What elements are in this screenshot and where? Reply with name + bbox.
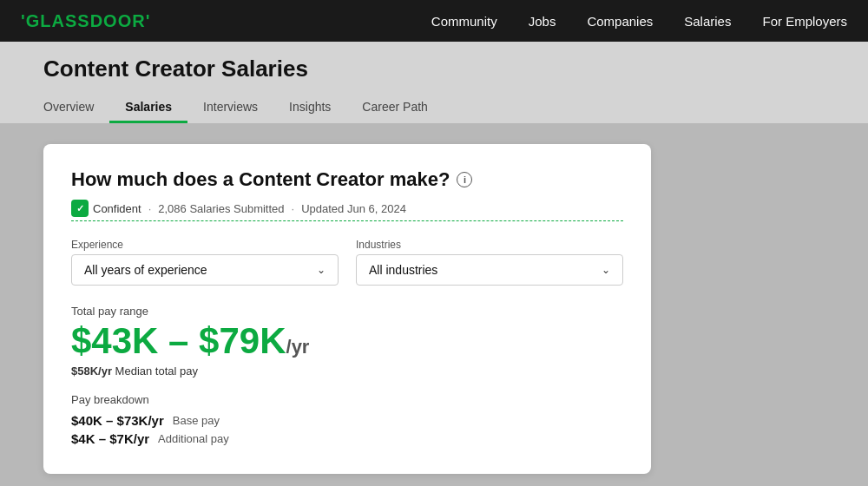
confident-icon: ✓ <box>71 200 89 217</box>
tab-interviews[interactable]: Interviews <box>187 93 273 123</box>
logo[interactable]: 'GLASSDOOR' <box>21 11 150 31</box>
nav-salaries[interactable]: Salaries <box>684 14 731 29</box>
experience-value: All years of experience <box>84 263 207 277</box>
additional-pay-label: Additional pay <box>158 432 229 445</box>
nav-companies[interactable]: Companies <box>587 14 653 29</box>
industries-select[interactable]: All industries ⌄ <box>356 254 623 286</box>
main-content: How much does a Content Creator make? i … <box>0 123 868 486</box>
pay-breakdown-label: Pay breakdown <box>71 393 623 406</box>
pay-range-unit: /yr <box>286 336 310 358</box>
nav-jobs[interactable]: Jobs <box>529 14 556 29</box>
industries-arrow-icon: ⌄ <box>602 264 610 276</box>
tab-overview[interactable]: Overview <box>43 93 109 123</box>
confident-badge: ✓ Confident <box>71 200 141 217</box>
salary-card: How much does a Content Creator make? i … <box>43 144 651 474</box>
nav-community[interactable]: Community <box>431 14 497 29</box>
industries-label: Industries <box>356 239 623 251</box>
confident-label: Confident <box>93 202 141 215</box>
tab-insights[interactable]: Insights <box>273 93 346 123</box>
total-pay-label: Total pay range <box>71 305 623 318</box>
median-pay-value: $58K/yr <box>71 364 112 378</box>
base-pay-row: $40K – $73K/yr Base pay <box>71 413 623 428</box>
median-pay-label: Median total pay <box>115 364 198 378</box>
card-meta: ✓ Confident · 2,086 Salaries Submitted ·… <box>71 200 623 221</box>
nav-for-employers[interactable]: For Employers <box>762 14 847 29</box>
main-nav: Community Jobs Companies Salaries For Em… <box>431 14 847 29</box>
pay-range-big: $43K – $79K/yr <box>71 321 623 361</box>
experience-select[interactable]: All years of experience ⌄ <box>71 254 339 286</box>
base-pay-label: Base pay <box>173 414 220 427</box>
subheader: Content Creator Salaries Overview Salari… <box>0 42 868 123</box>
experience-arrow-icon: ⌄ <box>317 264 326 276</box>
card-title: How much does a Content Creator make? i <box>71 168 623 191</box>
additional-pay-range: $4K – $7K/yr <box>71 431 149 446</box>
page-title: Content Creator Salaries <box>43 56 825 82</box>
tab-career-path[interactable]: Career Path <box>346 93 443 123</box>
industries-value: All industries <box>369 263 437 277</box>
pay-range-value: $43K – $79K <box>71 320 286 361</box>
pay-median: $58K/yr Median total pay <box>71 364 623 378</box>
experience-label: Experience <box>71 239 339 251</box>
card-title-text: How much does a Content Creator make? <box>71 168 450 191</box>
info-icon[interactable]: i <box>457 172 472 187</box>
experience-dropdown-group: Experience All years of experience ⌄ <box>71 239 339 286</box>
main-header: 'GLASSDOOR' Community Jobs Companies Sal… <box>0 0 868 42</box>
meta-dot-1: · <box>148 202 152 215</box>
updated-date: Updated Jun 6, 2024 <box>301 202 406 215</box>
industries-dropdown-group: Industries All industries ⌄ <box>356 239 623 286</box>
dropdowns-row: Experience All years of experience ⌄ Ind… <box>71 239 623 286</box>
meta-dot-2: · <box>292 202 295 215</box>
tabs-bar: Overview Salaries Interviews Insights Ca… <box>43 93 825 123</box>
base-pay-range: $40K – $73K/yr <box>71 413 164 428</box>
salaries-submitted: 2,086 Salaries Submitted <box>158 202 284 215</box>
additional-pay-row: $4K – $7K/yr Additional pay <box>71 431 623 446</box>
tab-salaries[interactable]: Salaries <box>109 93 187 123</box>
